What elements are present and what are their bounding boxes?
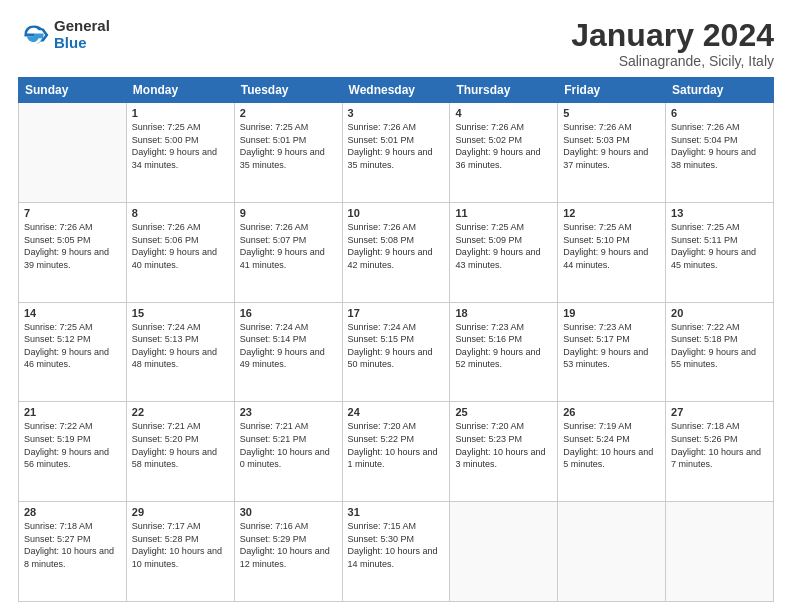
day-info: Sunrise: 7:22 AMSunset: 5:19 PMDaylight:… xyxy=(24,420,121,470)
day-number: 3 xyxy=(348,107,445,119)
day-number: 5 xyxy=(563,107,660,119)
calendar-cell: 13Sunrise: 7:25 AMSunset: 5:11 PMDayligh… xyxy=(666,202,774,302)
calendar-cell: 6Sunrise: 7:26 AMSunset: 5:04 PMDaylight… xyxy=(666,103,774,203)
calendar-cell xyxy=(450,502,558,602)
calendar-cell: 12Sunrise: 7:25 AMSunset: 5:10 PMDayligh… xyxy=(558,202,666,302)
calendar-cell: 10Sunrise: 7:26 AMSunset: 5:08 PMDayligh… xyxy=(342,202,450,302)
day-info: Sunrise: 7:25 AMSunset: 5:09 PMDaylight:… xyxy=(455,221,552,271)
calendar-cell: 2Sunrise: 7:25 AMSunset: 5:01 PMDaylight… xyxy=(234,103,342,203)
day-info: Sunrise: 7:18 AMSunset: 5:26 PMDaylight:… xyxy=(671,420,768,470)
header: General Blue January 2024 Salinagrande, … xyxy=(18,18,774,69)
day-number: 26 xyxy=(563,406,660,418)
day-number: 21 xyxy=(24,406,121,418)
day-number: 23 xyxy=(240,406,337,418)
day-number: 13 xyxy=(671,207,768,219)
day-number: 15 xyxy=(132,307,229,319)
day-info: Sunrise: 7:25 AMSunset: 5:10 PMDaylight:… xyxy=(563,221,660,271)
calendar-cell: 1Sunrise: 7:25 AMSunset: 5:00 PMDaylight… xyxy=(126,103,234,203)
title-section: January 2024 Salinagrande, Sicily, Italy xyxy=(571,18,774,69)
day-info: Sunrise: 7:26 AMSunset: 5:08 PMDaylight:… xyxy=(348,221,445,271)
day-number: 9 xyxy=(240,207,337,219)
col-saturday: Saturday xyxy=(666,78,774,103)
day-number: 31 xyxy=(348,506,445,518)
header-row: Sunday Monday Tuesday Wednesday Thursday… xyxy=(19,78,774,103)
calendar-cell: 21Sunrise: 7:22 AMSunset: 5:19 PMDayligh… xyxy=(19,402,127,502)
logo: General Blue xyxy=(18,18,110,51)
day-number: 6 xyxy=(671,107,768,119)
calendar-cell: 5Sunrise: 7:26 AMSunset: 5:03 PMDaylight… xyxy=(558,103,666,203)
day-number: 17 xyxy=(348,307,445,319)
day-info: Sunrise: 7:25 AMSunset: 5:00 PMDaylight:… xyxy=(132,121,229,171)
calendar-cell: 15Sunrise: 7:24 AMSunset: 5:13 PMDayligh… xyxy=(126,302,234,402)
day-info: Sunrise: 7:25 AMSunset: 5:11 PMDaylight:… xyxy=(671,221,768,271)
calendar-cell: 27Sunrise: 7:18 AMSunset: 5:26 PMDayligh… xyxy=(666,402,774,502)
calendar-cell: 30Sunrise: 7:16 AMSunset: 5:29 PMDayligh… xyxy=(234,502,342,602)
day-info: Sunrise: 7:25 AMSunset: 5:12 PMDaylight:… xyxy=(24,321,121,371)
day-info: Sunrise: 7:20 AMSunset: 5:23 PMDaylight:… xyxy=(455,420,552,470)
day-number: 10 xyxy=(348,207,445,219)
calendar-table: Sunday Monday Tuesday Wednesday Thursday… xyxy=(18,77,774,602)
calendar-cell: 18Sunrise: 7:23 AMSunset: 5:16 PMDayligh… xyxy=(450,302,558,402)
col-monday: Monday xyxy=(126,78,234,103)
day-info: Sunrise: 7:20 AMSunset: 5:22 PMDaylight:… xyxy=(348,420,445,470)
day-info: Sunrise: 7:18 AMSunset: 5:27 PMDaylight:… xyxy=(24,520,121,570)
day-info: Sunrise: 7:26 AMSunset: 5:01 PMDaylight:… xyxy=(348,121,445,171)
calendar-cell: 31Sunrise: 7:15 AMSunset: 5:30 PMDayligh… xyxy=(342,502,450,602)
location: Salinagrande, Sicily, Italy xyxy=(571,53,774,69)
day-info: Sunrise: 7:24 AMSunset: 5:13 PMDaylight:… xyxy=(132,321,229,371)
day-info: Sunrise: 7:26 AMSunset: 5:04 PMDaylight:… xyxy=(671,121,768,171)
day-info: Sunrise: 7:26 AMSunset: 5:05 PMDaylight:… xyxy=(24,221,121,271)
day-info: Sunrise: 7:26 AMSunset: 5:06 PMDaylight:… xyxy=(132,221,229,271)
calendar-cell: 24Sunrise: 7:20 AMSunset: 5:22 PMDayligh… xyxy=(342,402,450,502)
calendar-cell: 11Sunrise: 7:25 AMSunset: 5:09 PMDayligh… xyxy=(450,202,558,302)
day-number: 14 xyxy=(24,307,121,319)
logo-icon xyxy=(18,19,50,51)
day-info: Sunrise: 7:21 AMSunset: 5:21 PMDaylight:… xyxy=(240,420,337,470)
calendar-cell: 25Sunrise: 7:20 AMSunset: 5:23 PMDayligh… xyxy=(450,402,558,502)
day-number: 28 xyxy=(24,506,121,518)
col-friday: Friday xyxy=(558,78,666,103)
day-info: Sunrise: 7:26 AMSunset: 5:07 PMDaylight:… xyxy=(240,221,337,271)
page: General Blue January 2024 Salinagrande, … xyxy=(0,0,792,612)
calendar-cell: 26Sunrise: 7:19 AMSunset: 5:24 PMDayligh… xyxy=(558,402,666,502)
calendar-cell: 20Sunrise: 7:22 AMSunset: 5:18 PMDayligh… xyxy=(666,302,774,402)
col-thursday: Thursday xyxy=(450,78,558,103)
col-tuesday: Tuesday xyxy=(234,78,342,103)
day-number: 7 xyxy=(24,207,121,219)
week-row-1: 1Sunrise: 7:25 AMSunset: 5:00 PMDaylight… xyxy=(19,103,774,203)
month-title: January 2024 xyxy=(571,18,774,53)
logo-general: General xyxy=(54,18,110,35)
week-row-3: 14Sunrise: 7:25 AMSunset: 5:12 PMDayligh… xyxy=(19,302,774,402)
day-number: 27 xyxy=(671,406,768,418)
calendar-cell: 17Sunrise: 7:24 AMSunset: 5:15 PMDayligh… xyxy=(342,302,450,402)
day-number: 18 xyxy=(455,307,552,319)
day-number: 19 xyxy=(563,307,660,319)
day-info: Sunrise: 7:21 AMSunset: 5:20 PMDaylight:… xyxy=(132,420,229,470)
logo-text: General Blue xyxy=(54,18,110,51)
day-number: 2 xyxy=(240,107,337,119)
day-info: Sunrise: 7:24 AMSunset: 5:15 PMDaylight:… xyxy=(348,321,445,371)
calendar: Sunday Monday Tuesday Wednesday Thursday… xyxy=(18,77,774,602)
calendar-cell: 19Sunrise: 7:23 AMSunset: 5:17 PMDayligh… xyxy=(558,302,666,402)
calendar-cell: 22Sunrise: 7:21 AMSunset: 5:20 PMDayligh… xyxy=(126,402,234,502)
day-number: 11 xyxy=(455,207,552,219)
calendar-cell: 16Sunrise: 7:24 AMSunset: 5:14 PMDayligh… xyxy=(234,302,342,402)
logo-blue: Blue xyxy=(54,35,110,52)
day-info: Sunrise: 7:23 AMSunset: 5:17 PMDaylight:… xyxy=(563,321,660,371)
calendar-cell xyxy=(666,502,774,602)
col-sunday: Sunday xyxy=(19,78,127,103)
day-number: 20 xyxy=(671,307,768,319)
day-info: Sunrise: 7:23 AMSunset: 5:16 PMDaylight:… xyxy=(455,321,552,371)
calendar-cell: 3Sunrise: 7:26 AMSunset: 5:01 PMDaylight… xyxy=(342,103,450,203)
calendar-cell: 23Sunrise: 7:21 AMSunset: 5:21 PMDayligh… xyxy=(234,402,342,502)
day-number: 4 xyxy=(455,107,552,119)
week-row-4: 21Sunrise: 7:22 AMSunset: 5:19 PMDayligh… xyxy=(19,402,774,502)
col-wednesday: Wednesday xyxy=(342,78,450,103)
day-number: 29 xyxy=(132,506,229,518)
calendar-cell: 7Sunrise: 7:26 AMSunset: 5:05 PMDaylight… xyxy=(19,202,127,302)
calendar-cell xyxy=(558,502,666,602)
day-number: 8 xyxy=(132,207,229,219)
day-number: 12 xyxy=(563,207,660,219)
calendar-header: Sunday Monday Tuesday Wednesday Thursday… xyxy=(19,78,774,103)
day-number: 16 xyxy=(240,307,337,319)
